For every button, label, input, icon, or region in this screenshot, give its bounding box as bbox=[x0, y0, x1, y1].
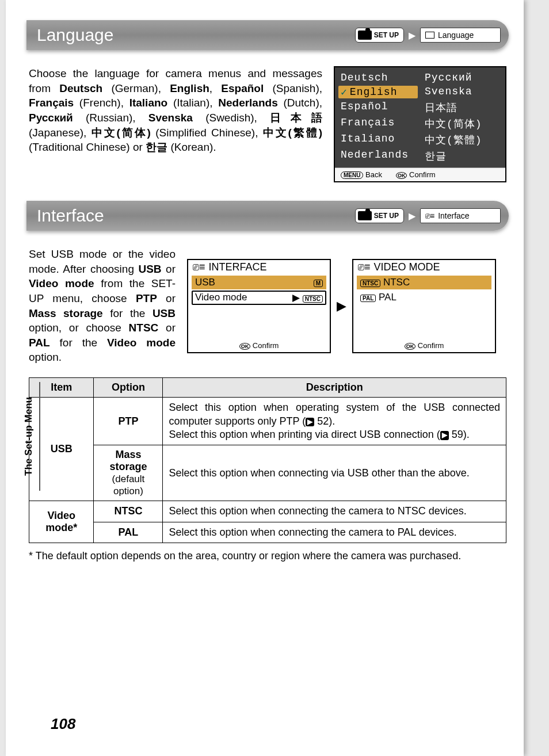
col-description: Description bbox=[163, 378, 506, 398]
language-prose: Choose the language for camera menus and… bbox=[29, 66, 322, 182]
language-menu-footer: MENU Back OK Confirm bbox=[335, 167, 505, 181]
nav-destination: Language bbox=[420, 28, 501, 43]
side-tab: The Set-up Menu bbox=[21, 385, 37, 487]
table-header-row: Item Option Description bbox=[29, 378, 506, 398]
language-option: English bbox=[338, 86, 418, 98]
screenshot-footer: OK Confirm bbox=[353, 339, 495, 352]
camera-icon bbox=[358, 211, 372, 220]
cell-option: PAL bbox=[94, 522, 163, 543]
chevron-right-icon: ▶ bbox=[409, 211, 415, 222]
screenshot-title: ⎚≡INTERFACE bbox=[188, 260, 330, 274]
camera-icon bbox=[358, 30, 372, 40]
ok-button-icon: OK bbox=[239, 343, 251, 350]
nav-dest-label: Language bbox=[438, 30, 474, 40]
screenshot-title: ⎚≡VIDEO MODE bbox=[353, 260, 495, 274]
language-option: Nederlands bbox=[338, 149, 418, 163]
ok-button-icon: OK bbox=[405, 343, 416, 350]
interface-icon: ⎚≡ bbox=[425, 211, 434, 220]
setup-label: SET UP bbox=[374, 31, 399, 39]
language-option: Français bbox=[338, 117, 418, 131]
section-header-interface: Interface SET UP ▶ ⎚≡ Interface bbox=[26, 201, 509, 231]
cell-option: Mass storage(default option) bbox=[94, 445, 163, 501]
setup-chip: SET UP bbox=[355, 28, 404, 43]
cell-description: Select this option when connecting via U… bbox=[163, 445, 506, 501]
arrow-right-icon: ▶ bbox=[337, 299, 346, 314]
language-option: Deutsch bbox=[338, 72, 418, 83]
interface-prose: Set USB mode or the video mode. After ch… bbox=[29, 247, 176, 365]
nav-dest-label: Interface bbox=[438, 211, 469, 220]
language-option: 한글 bbox=[422, 149, 502, 163]
section-title: Interface bbox=[37, 206, 355, 226]
table-body: USBPTPSelect this option when operating … bbox=[29, 398, 506, 543]
language-option: Italiano bbox=[338, 133, 418, 147]
interface-icon: ⎚≡ bbox=[358, 261, 371, 273]
language-menu-screenshot: DeutschРусскийEnglishSvenskaEspañol日本語Fr… bbox=[334, 66, 506, 182]
setup-chip: SET UP bbox=[355, 208, 404, 223]
section-title: Language bbox=[37, 25, 355, 45]
breadcrumb: SET UP ▶ ⎚≡ Interface bbox=[355, 208, 501, 223]
language-option: Svenska bbox=[422, 86, 502, 98]
col-option: Option bbox=[94, 378, 163, 398]
table-row: Video mode*NTSCSelect this option when c… bbox=[29, 501, 506, 522]
menu-row: Video mode▶ NTSC bbox=[192, 291, 326, 305]
breadcrumb: SET UP ▶ Language bbox=[355, 28, 501, 43]
language-option: Español bbox=[338, 101, 418, 114]
menu-row: USBM bbox=[192, 276, 326, 289]
video-mode-screenshot: ⎚≡VIDEO MODE NTSC NTSCPAL PAL OK Confirm bbox=[352, 259, 496, 353]
language-option: Русский bbox=[422, 72, 502, 83]
screenshot-footer: OK Confirm bbox=[188, 339, 330, 352]
interface-icon: ⎚≡ bbox=[193, 261, 205, 273]
cell-description: Select this option when connecting the c… bbox=[163, 522, 506, 543]
language-option: 日本語 bbox=[422, 101, 502, 114]
flag-icon bbox=[425, 32, 434, 39]
language-grid: DeutschРусскийEnglishSvenskaEspañol日本語Fr… bbox=[335, 67, 505, 167]
language-option: 中文(繁體) bbox=[422, 133, 502, 147]
confirm-label: Confirm bbox=[409, 170, 436, 179]
back-label: Back bbox=[365, 170, 382, 179]
ok-button-icon: OK bbox=[396, 172, 407, 179]
menu-row: PAL PAL bbox=[357, 291, 491, 304]
section-header-language: Language SET UP ▶ Language bbox=[26, 20, 509, 50]
chevron-right-icon: ▶ bbox=[409, 30, 415, 41]
cell-option: PTP bbox=[94, 398, 163, 445]
setup-label: SET UP bbox=[374, 212, 399, 220]
menu-row: NTSC NTSC bbox=[357, 276, 491, 289]
language-option: 中文(简体) bbox=[422, 117, 502, 131]
options-table: Item Option Description USBPTPSelect thi… bbox=[29, 377, 506, 543]
nav-destination: ⎚≡ Interface bbox=[420, 208, 501, 223]
footnote: * The default option depends on the area… bbox=[29, 549, 506, 563]
table-row: USBPTPSelect this option when operating … bbox=[29, 398, 506, 445]
cell-item: Video mode* bbox=[29, 501, 94, 543]
cell-description: Select this option when operating system… bbox=[163, 398, 506, 445]
interface-rows: USBMVideo mode▶ NTSC bbox=[188, 276, 330, 339]
cell-option: NTSC bbox=[94, 501, 163, 522]
table-row: PALSelect this option when connecting th… bbox=[29, 522, 506, 543]
video-rows: NTSC NTSCPAL PAL bbox=[353, 276, 495, 339]
interface-menu-screenshot: ⎚≡INTERFACE USBMVideo mode▶ NTSC OK Conf… bbox=[187, 259, 331, 353]
table-row: Mass storage(default option)Select this … bbox=[29, 445, 506, 501]
menu-button-icon: MENU bbox=[341, 171, 363, 179]
cell-description: Select this option when connecting the c… bbox=[163, 501, 506, 522]
page-number: 108 bbox=[51, 715, 75, 733]
